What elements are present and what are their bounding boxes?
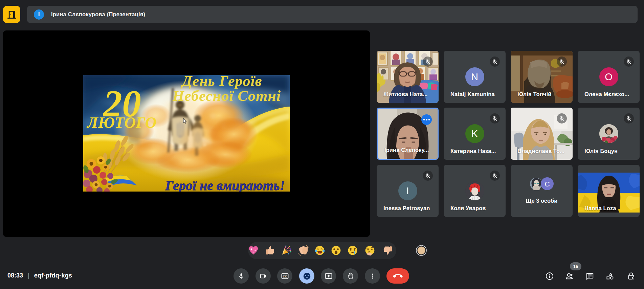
svg-text:Небесної Сотні: Небесної Сотні (172, 88, 281, 104)
svg-text:Герої не вмирають!: Герої не вмирають! (165, 178, 285, 192)
svg-text:C: C (545, 180, 550, 188)
svg-text:ЛЮТОГО: ЛЮТОГО (86, 114, 157, 131)
svg-text:CC: CC (283, 274, 287, 278)
svg-text:День Героїв: День Героїв (181, 75, 262, 89)
